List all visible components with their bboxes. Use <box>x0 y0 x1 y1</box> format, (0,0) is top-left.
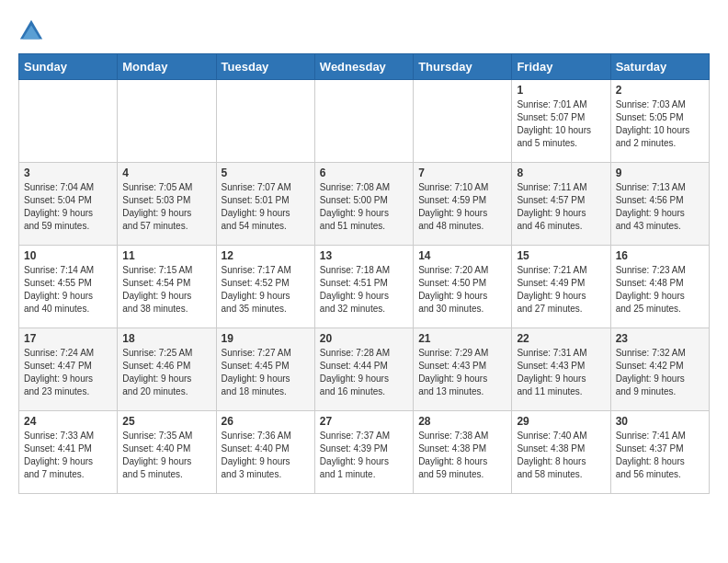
day-cell: 5Sunrise: 7:07 AM Sunset: 5:01 PM Daylig… <box>216 163 314 246</box>
day-cell: 30Sunrise: 7:41 AM Sunset: 4:37 PM Dayli… <box>610 411 709 494</box>
day-number: 25 <box>122 415 210 428</box>
day-cell: 27Sunrise: 7:37 AM Sunset: 4:39 PM Dayli… <box>314 411 413 494</box>
calendar-body: 1Sunrise: 7:01 AM Sunset: 5:07 PM Daylig… <box>19 80 710 494</box>
day-info: Sunrise: 7:35 AM Sunset: 4:40 PM Dayligh… <box>122 430 210 481</box>
day-info: Sunrise: 7:27 AM Sunset: 4:45 PM Dayligh… <box>222 347 310 398</box>
day-cell: 12Sunrise: 7:17 AM Sunset: 4:52 PM Dayli… <box>216 246 314 328</box>
day-cell: 3Sunrise: 7:04 AM Sunset: 5:04 PM Daylig… <box>19 163 118 246</box>
day-info: Sunrise: 7:03 AM Sunset: 5:05 PM Dayligh… <box>616 98 704 150</box>
day-number: 23 <box>616 332 704 345</box>
day-cell: 15Sunrise: 7:21 AM Sunset: 4:49 PM Dayli… <box>512 246 610 328</box>
logo-icon <box>18 18 44 44</box>
day-info: Sunrise: 7:28 AM Sunset: 4:44 PM Dayligh… <box>320 347 408 398</box>
day-number: 17 <box>24 332 112 345</box>
day-info: Sunrise: 7:15 AM Sunset: 4:54 PM Dayligh… <box>122 264 210 316</box>
day-cell: 11Sunrise: 7:15 AM Sunset: 4:54 PM Dayli… <box>118 246 216 328</box>
day-number: 29 <box>517 415 605 428</box>
day-cell: 6Sunrise: 7:08 AM Sunset: 5:00 PM Daylig… <box>314 163 413 246</box>
page: SundayMondayTuesdayWednesdayThursdayFrid… <box>0 0 728 512</box>
weekday-header-thursday: Thursday <box>414 54 512 80</box>
day-info: Sunrise: 7:36 AM Sunset: 4:40 PM Dayligh… <box>222 430 310 481</box>
weekday-header-saturday: Saturday <box>610 54 709 80</box>
day-number: 26 <box>222 415 310 428</box>
day-number: 19 <box>222 332 310 345</box>
day-info: Sunrise: 7:18 AM Sunset: 4:51 PM Dayligh… <box>320 264 408 316</box>
day-info: Sunrise: 7:23 AM Sunset: 4:48 PM Dayligh… <box>616 264 704 316</box>
day-info: Sunrise: 7:20 AM Sunset: 4:50 PM Dayligh… <box>418 264 506 316</box>
day-info: Sunrise: 7:37 AM Sunset: 4:39 PM Dayligh… <box>320 430 408 481</box>
day-info: Sunrise: 7:41 AM Sunset: 4:37 PM Dayligh… <box>616 430 704 481</box>
day-number: 18 <box>122 332 210 345</box>
header <box>18 14 710 44</box>
day-info: Sunrise: 7:21 AM Sunset: 4:49 PM Dayligh… <box>517 264 605 316</box>
day-cell: 28Sunrise: 7:38 AM Sunset: 4:38 PM Dayli… <box>414 411 512 494</box>
day-info: Sunrise: 7:11 AM Sunset: 4:57 PM Dayligh… <box>517 181 605 233</box>
day-cell: 16Sunrise: 7:23 AM Sunset: 4:48 PM Dayli… <box>610 246 709 328</box>
day-cell: 24Sunrise: 7:33 AM Sunset: 4:41 PM Dayli… <box>19 411 118 494</box>
day-info: Sunrise: 7:01 AM Sunset: 5:07 PM Dayligh… <box>517 98 605 150</box>
day-number: 8 <box>517 167 605 179</box>
week-row-5: 24Sunrise: 7:33 AM Sunset: 4:41 PM Dayli… <box>19 411 710 494</box>
day-cell: 26Sunrise: 7:36 AM Sunset: 4:40 PM Dayli… <box>216 411 314 494</box>
day-number: 14 <box>418 249 506 262</box>
day-number: 27 <box>320 415 408 428</box>
day-info: Sunrise: 7:14 AM Sunset: 4:55 PM Dayligh… <box>24 264 112 316</box>
day-cell: 7Sunrise: 7:10 AM Sunset: 4:59 PM Daylig… <box>414 163 512 246</box>
week-row-1: 1Sunrise: 7:01 AM Sunset: 5:07 PM Daylig… <box>19 80 710 163</box>
day-info: Sunrise: 7:13 AM Sunset: 4:56 PM Dayligh… <box>616 181 704 233</box>
day-number: 5 <box>222 167 310 179</box>
day-info: Sunrise: 7:29 AM Sunset: 4:43 PM Dayligh… <box>418 347 506 398</box>
day-number: 6 <box>320 167 408 179</box>
logo <box>18 18 48 44</box>
day-info: Sunrise: 7:33 AM Sunset: 4:41 PM Dayligh… <box>24 430 112 481</box>
day-number: 22 <box>517 332 605 345</box>
week-row-4: 17Sunrise: 7:24 AM Sunset: 4:47 PM Dayli… <box>19 328 710 411</box>
day-info: Sunrise: 7:31 AM Sunset: 4:43 PM Dayligh… <box>517 347 605 398</box>
day-cell: 8Sunrise: 7:11 AM Sunset: 4:57 PM Daylig… <box>512 163 610 246</box>
day-info: Sunrise: 7:32 AM Sunset: 4:42 PM Dayligh… <box>616 347 704 398</box>
day-number: 16 <box>616 249 704 262</box>
day-cell: 20Sunrise: 7:28 AM Sunset: 4:44 PM Dayli… <box>314 328 413 411</box>
weekday-header-tuesday: Tuesday <box>216 54 314 80</box>
day-info: Sunrise: 7:40 AM Sunset: 4:38 PM Dayligh… <box>517 430 605 481</box>
day-cell: 2Sunrise: 7:03 AM Sunset: 5:05 PM Daylig… <box>610 80 709 163</box>
day-cell: 9Sunrise: 7:13 AM Sunset: 4:56 PM Daylig… <box>610 163 709 246</box>
weekday-row: SundayMondayTuesdayWednesdayThursdayFrid… <box>19 54 710 80</box>
day-cell: 23Sunrise: 7:32 AM Sunset: 4:42 PM Dayli… <box>610 328 709 411</box>
weekday-header-wednesday: Wednesday <box>314 54 413 80</box>
week-row-2: 3Sunrise: 7:04 AM Sunset: 5:04 PM Daylig… <box>19 163 710 246</box>
day-cell: 1Sunrise: 7:01 AM Sunset: 5:07 PM Daylig… <box>512 80 610 163</box>
day-cell <box>414 80 512 163</box>
day-number: 13 <box>320 249 408 262</box>
day-number: 11 <box>122 249 210 262</box>
weekday-header-friday: Friday <box>512 54 610 80</box>
day-number: 7 <box>418 167 506 179</box>
day-cell <box>314 80 413 163</box>
day-cell: 25Sunrise: 7:35 AM Sunset: 4:40 PM Dayli… <box>118 411 216 494</box>
day-cell: 13Sunrise: 7:18 AM Sunset: 4:51 PM Dayli… <box>314 246 413 328</box>
day-number: 9 <box>616 167 704 179</box>
week-row-3: 10Sunrise: 7:14 AM Sunset: 4:55 PM Dayli… <box>19 246 710 328</box>
day-number: 30 <box>616 415 704 428</box>
calendar-header: SundayMondayTuesdayWednesdayThursdayFrid… <box>19 54 710 80</box>
day-number: 10 <box>24 249 112 262</box>
day-cell: 19Sunrise: 7:27 AM Sunset: 4:45 PM Dayli… <box>216 328 314 411</box>
day-number: 21 <box>418 332 506 345</box>
day-cell <box>118 80 216 163</box>
day-cell: 4Sunrise: 7:05 AM Sunset: 5:03 PM Daylig… <box>118 163 216 246</box>
day-info: Sunrise: 7:08 AM Sunset: 5:00 PM Dayligh… <box>320 181 408 233</box>
day-cell: 14Sunrise: 7:20 AM Sunset: 4:50 PM Dayli… <box>414 246 512 328</box>
day-number: 4 <box>122 167 210 179</box>
day-info: Sunrise: 7:24 AM Sunset: 4:47 PM Dayligh… <box>24 347 112 398</box>
day-info: Sunrise: 7:07 AM Sunset: 5:01 PM Dayligh… <box>222 181 310 233</box>
day-info: Sunrise: 7:38 AM Sunset: 4:38 PM Dayligh… <box>418 430 506 481</box>
day-cell: 17Sunrise: 7:24 AM Sunset: 4:47 PM Dayli… <box>19 328 118 411</box>
weekday-header-sunday: Sunday <box>19 54 118 80</box>
day-cell: 18Sunrise: 7:25 AM Sunset: 4:46 PM Dayli… <box>118 328 216 411</box>
day-number: 12 <box>222 249 310 262</box>
weekday-header-monday: Monday <box>118 54 216 80</box>
day-info: Sunrise: 7:05 AM Sunset: 5:03 PM Dayligh… <box>122 181 210 233</box>
day-cell <box>19 80 118 163</box>
day-info: Sunrise: 7:17 AM Sunset: 4:52 PM Dayligh… <box>222 264 310 316</box>
day-number: 1 <box>517 84 605 97</box>
